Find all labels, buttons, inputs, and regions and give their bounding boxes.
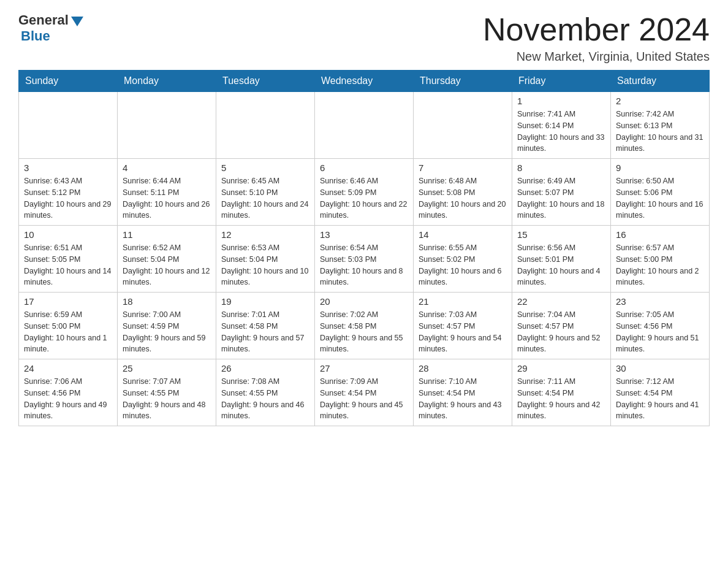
day-info: Sunrise: 6:52 AMSunset: 5:04 PMDaylight:…	[123, 242, 211, 288]
day-number: 7	[419, 163, 507, 173]
logo-general-text: General	[18, 12, 69, 28]
calendar-cell: 14Sunrise: 6:55 AMSunset: 5:02 PMDayligh…	[414, 226, 512, 293]
calendar-cell: 7Sunrise: 6:48 AMSunset: 5:08 PMDaylight…	[414, 159, 512, 226]
day-info: Sunrise: 7:12 AMSunset: 4:54 PMDaylight:…	[616, 376, 704, 422]
day-info: Sunrise: 6:59 AMSunset: 5:00 PMDaylight:…	[24, 309, 112, 355]
day-info: Sunrise: 6:44 AMSunset: 5:11 PMDaylight:…	[123, 175, 211, 221]
calendar-cell: 12Sunrise: 6:53 AMSunset: 5:04 PMDayligh…	[216, 226, 315, 293]
calendar-cell: 16Sunrise: 6:57 AMSunset: 5:00 PMDayligh…	[611, 226, 710, 293]
day-number: 22	[517, 296, 605, 307]
day-number: 4	[123, 163, 211, 173]
calendar-cell: 19Sunrise: 7:01 AMSunset: 4:58 PMDayligh…	[216, 293, 315, 359]
day-info: Sunrise: 6:48 AMSunset: 5:08 PMDaylight:…	[419, 175, 507, 221]
day-number: 27	[320, 363, 408, 373]
calendar-week-2: 3Sunrise: 6:43 AMSunset: 5:12 PMDaylight…	[19, 159, 710, 226]
day-number: 13	[320, 229, 408, 240]
day-info: Sunrise: 6:49 AMSunset: 5:07 PMDaylight:…	[517, 175, 605, 221]
day-number: 21	[419, 296, 507, 307]
day-number: 29	[517, 363, 605, 373]
weekday-header-sunday: Sunday	[19, 71, 118, 92]
day-number: 30	[616, 363, 704, 373]
day-number: 16	[616, 229, 704, 240]
calendar-cell: 18Sunrise: 7:00 AMSunset: 4:59 PMDayligh…	[118, 293, 216, 359]
day-info: Sunrise: 6:55 AMSunset: 5:02 PMDaylight:…	[419, 242, 507, 288]
calendar-cell: 5Sunrise: 6:45 AMSunset: 5:10 PMDaylight…	[216, 159, 315, 226]
day-info: Sunrise: 6:53 AMSunset: 5:04 PMDaylight:…	[221, 242, 309, 288]
day-number: 9	[616, 163, 704, 173]
calendar-cell: 9Sunrise: 6:50 AMSunset: 5:06 PMDaylight…	[611, 159, 710, 226]
day-number: 11	[123, 229, 211, 240]
weekday-header-tuesday: Tuesday	[216, 71, 315, 92]
day-number: 3	[24, 163, 112, 173]
day-info: Sunrise: 6:46 AMSunset: 5:09 PMDaylight:…	[320, 175, 408, 221]
day-info: Sunrise: 6:57 AMSunset: 5:00 PMDaylight:…	[616, 242, 704, 288]
day-info: Sunrise: 6:56 AMSunset: 5:01 PMDaylight:…	[517, 242, 605, 288]
day-number: 15	[517, 229, 605, 240]
weekday-header-row: SundayMondayTuesdayWednesdayThursdayFrid…	[19, 71, 710, 92]
day-info: Sunrise: 7:05 AMSunset: 4:56 PMDaylight:…	[616, 309, 704, 355]
day-info: Sunrise: 7:08 AMSunset: 4:55 PMDaylight:…	[221, 376, 309, 422]
day-info: Sunrise: 6:54 AMSunset: 5:03 PMDaylight:…	[320, 242, 408, 288]
weekday-header-thursday: Thursday	[414, 71, 512, 92]
day-info: Sunrise: 6:43 AMSunset: 5:12 PMDaylight:…	[24, 175, 112, 221]
day-info: Sunrise: 7:42 AMSunset: 6:13 PMDaylight:…	[616, 109, 704, 155]
calendar-cell: 28Sunrise: 7:10 AMSunset: 4:54 PMDayligh…	[414, 359, 512, 426]
calendar-cell: 20Sunrise: 7:02 AMSunset: 4:58 PMDayligh…	[315, 293, 414, 359]
calendar-cell: 25Sunrise: 7:07 AMSunset: 4:55 PMDayligh…	[118, 359, 216, 426]
calendar-cell: 26Sunrise: 7:08 AMSunset: 4:55 PMDayligh…	[216, 359, 315, 426]
day-number: 25	[123, 363, 211, 373]
calendar-cell: 6Sunrise: 6:46 AMSunset: 5:09 PMDaylight…	[315, 159, 414, 226]
title-section: November 2024 New Market, Virginia, Unit…	[483, 12, 710, 64]
day-info: Sunrise: 6:51 AMSunset: 5:05 PMDaylight:…	[24, 242, 112, 288]
day-info: Sunrise: 7:07 AMSunset: 4:55 PMDaylight:…	[123, 376, 211, 422]
day-number: 19	[221, 296, 309, 307]
weekday-header-friday: Friday	[512, 71, 611, 92]
day-number: 6	[320, 163, 408, 173]
day-number: 14	[419, 229, 507, 240]
day-number: 18	[123, 296, 211, 307]
day-number: 20	[320, 296, 408, 307]
logo: General Blue	[18, 12, 83, 44]
calendar-cell: 1Sunrise: 7:41 AMSunset: 6:14 PMDaylight…	[512, 92, 611, 159]
location-subtitle: New Market, Virginia, United States	[483, 50, 710, 64]
calendar-cell: 10Sunrise: 6:51 AMSunset: 5:05 PMDayligh…	[19, 226, 118, 293]
calendar-cell: 13Sunrise: 6:54 AMSunset: 5:03 PMDayligh…	[315, 226, 414, 293]
day-info: Sunrise: 6:50 AMSunset: 5:06 PMDaylight:…	[616, 175, 704, 221]
day-number: 2	[616, 96, 704, 106]
calendar-cell: 21Sunrise: 7:03 AMSunset: 4:57 PMDayligh…	[414, 293, 512, 359]
day-info: Sunrise: 7:00 AMSunset: 4:59 PMDaylight:…	[123, 309, 211, 355]
month-title: November 2024	[483, 12, 710, 47]
calendar-cell	[19, 92, 118, 159]
calendar-week-3: 10Sunrise: 6:51 AMSunset: 5:05 PMDayligh…	[19, 226, 710, 293]
day-number: 10	[24, 229, 112, 240]
day-number: 8	[517, 163, 605, 173]
day-info: Sunrise: 7:03 AMSunset: 4:57 PMDaylight:…	[419, 309, 507, 355]
calendar-cell: 3Sunrise: 6:43 AMSunset: 5:12 PMDaylight…	[19, 159, 118, 226]
day-number: 12	[221, 229, 309, 240]
calendar-cell: 4Sunrise: 6:44 AMSunset: 5:11 PMDaylight…	[118, 159, 216, 226]
calendar-cell: 15Sunrise: 6:56 AMSunset: 5:01 PMDayligh…	[512, 226, 611, 293]
day-number: 23	[616, 296, 704, 307]
day-info: Sunrise: 7:09 AMSunset: 4:54 PMDaylight:…	[320, 376, 408, 422]
calendar-cell: 17Sunrise: 6:59 AMSunset: 5:00 PMDayligh…	[19, 293, 118, 359]
calendar-cell: 29Sunrise: 7:11 AMSunset: 4:54 PMDayligh…	[512, 359, 611, 426]
day-info: Sunrise: 6:45 AMSunset: 5:10 PMDaylight:…	[221, 175, 309, 221]
calendar-cell	[118, 92, 216, 159]
weekday-header-wednesday: Wednesday	[315, 71, 414, 92]
calendar-cell: 2Sunrise: 7:42 AMSunset: 6:13 PMDaylight…	[611, 92, 710, 159]
logo-blue-text: Blue	[21, 28, 50, 44]
calendar-cell: 8Sunrise: 6:49 AMSunset: 5:07 PMDaylight…	[512, 159, 611, 226]
weekday-header-monday: Monday	[118, 71, 216, 92]
calendar-cell: 11Sunrise: 6:52 AMSunset: 5:04 PMDayligh…	[118, 226, 216, 293]
calendar-cell: 27Sunrise: 7:09 AMSunset: 4:54 PMDayligh…	[315, 359, 414, 426]
calendar-week-5: 24Sunrise: 7:06 AMSunset: 4:56 PMDayligh…	[19, 359, 710, 426]
day-info: Sunrise: 7:41 AMSunset: 6:14 PMDaylight:…	[517, 109, 605, 155]
calendar-cell: 30Sunrise: 7:12 AMSunset: 4:54 PMDayligh…	[611, 359, 710, 426]
calendar-week-1: 1Sunrise: 7:41 AMSunset: 6:14 PMDaylight…	[19, 92, 710, 159]
page-header: General Blue November 2024 New Market, V…	[18, 12, 710, 64]
day-number: 17	[24, 296, 112, 307]
day-info: Sunrise: 7:01 AMSunset: 4:58 PMDaylight:…	[221, 309, 309, 355]
day-number: 24	[24, 363, 112, 373]
calendar-cell: 24Sunrise: 7:06 AMSunset: 4:56 PMDayligh…	[19, 359, 118, 426]
day-number: 28	[419, 363, 507, 373]
